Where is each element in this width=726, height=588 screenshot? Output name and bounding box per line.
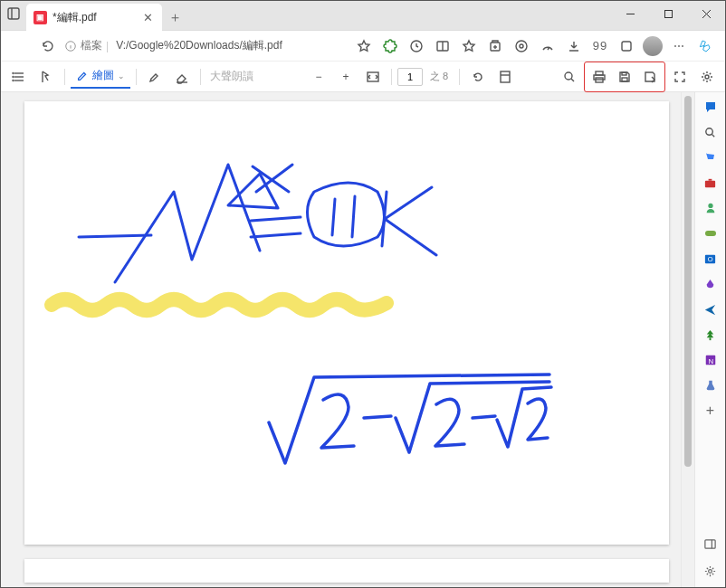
svg-rect-0 [8, 8, 19, 19]
total-pages-label: 之 8 [425, 70, 454, 83]
pdf-page[interactable] [24, 101, 669, 545]
sidebar-collapse-icon[interactable] [702, 535, 720, 553]
tab-title: *編輯.pdf [53, 10, 138, 25]
sidebar-settings-icon[interactable] [702, 562, 720, 580]
svg-point-15 [516, 41, 527, 52]
favorite-star-icon[interactable] [351, 33, 377, 59]
site-info[interactable]: 檔案 | [64, 38, 109, 53]
extension-icon[interactable] [377, 33, 403, 59]
history-icon[interactable] [404, 33, 429, 59]
read-aloud-button[interactable]: 大聲朗讀 [206, 69, 257, 84]
svg-rect-17 [622, 42, 631, 51]
tab-actions-button[interactable] [1, 1, 26, 26]
more-menu-icon[interactable]: ⋯ [666, 33, 692, 59]
pdf-page-next[interactable] [24, 559, 669, 583]
draw-tool-button[interactable]: 繪圖 ⌄ [71, 65, 130, 89]
svg-rect-40 [705, 231, 716, 236]
save-as-icon[interactable] [637, 64, 663, 90]
svg-point-22 [13, 76, 14, 77]
svg-point-36 [706, 128, 713, 135]
sidebar-chat-icon[interactable] [702, 98, 720, 116]
sidebar-search-icon[interactable] [702, 123, 720, 141]
sidebar-person-icon[interactable] [702, 199, 720, 217]
close-window-button[interactable] [687, 1, 725, 26]
print-icon[interactable] [587, 64, 612, 90]
svg-rect-26 [501, 71, 510, 82]
scrollbar-thumb[interactable] [684, 96, 692, 467]
extensions-icon[interactable] [509, 33, 534, 59]
save-icon[interactable] [612, 64, 637, 90]
svg-rect-43 [710, 337, 712, 340]
copilot-icon[interactable] [693, 33, 720, 60]
pdf-favicon: ▣ [33, 11, 47, 24]
maximize-button[interactable] [649, 1, 687, 26]
sidebar-onenote-icon[interactable]: N [702, 351, 720, 369]
highlight-tool-icon[interactable] [142, 64, 167, 90]
svg-text:N: N [708, 357, 713, 365]
draw-label: 繪圖 [92, 68, 114, 83]
contents-icon[interactable] [6, 64, 32, 90]
collections-icon[interactable] [482, 33, 508, 59]
app-icon[interactable] [614, 33, 639, 59]
sidebar-drop-icon[interactable] [702, 275, 720, 293]
sidebar-tree-icon[interactable] [702, 326, 720, 344]
find-icon[interactable] [557, 64, 582, 90]
zoom-out-button[interactable]: − [306, 64, 331, 90]
cursor-tool-icon[interactable] [33, 64, 59, 90]
profile-avatar[interactable] [640, 33, 665, 59]
vertical-scrollbar[interactable] [681, 92, 694, 587]
svg-point-21 [13, 72, 14, 73]
rotate-icon[interactable] [465, 64, 491, 90]
sidebar-outlook-icon[interactable]: O [702, 250, 720, 268]
chevron-down-icon: ⌄ [118, 71, 125, 81]
pdf-viewport: O N + [1, 92, 725, 587]
svg-point-39 [708, 204, 712, 208]
protocol-label: 檔案 [81, 38, 102, 53]
split-screen-icon[interactable] [430, 33, 455, 59]
svg-rect-33 [622, 72, 626, 75]
close-tab-button[interactable]: ✕ [143, 11, 153, 24]
titlebar: ▣ *編輯.pdf ✕ ＋ [1, 1, 725, 31]
erase-tool-icon[interactable] [169, 64, 195, 90]
svg-rect-38 [705, 180, 715, 187]
sidebar-games-icon[interactable] [702, 224, 720, 242]
page-view-icon[interactable] [492, 64, 518, 90]
sidebar-lab-icon[interactable] [702, 376, 720, 394]
ink-annotations [24, 101, 669, 545]
edge-sidebar: O N + [694, 92, 725, 587]
sidebar-add-icon[interactable]: + [702, 402, 720, 420]
svg-point-48 [709, 569, 712, 573]
svg-line-37 [712, 134, 714, 137]
downloads-icon[interactable] [561, 33, 587, 59]
svg-point-35 [705, 75, 709, 79]
sidebar-shopping-icon[interactable] [702, 148, 720, 166]
fullscreen-icon[interactable] [667, 64, 693, 90]
page-number-input[interactable] [397, 68, 423, 86]
svg-text:O: O [708, 255, 713, 263]
svg-point-16 [520, 44, 523, 48]
pdf-toolbar: 繪圖 ⌄ 大聲朗讀 − + 之 8 [1, 62, 725, 92]
svg-line-29 [571, 79, 574, 81]
settings-gear-icon[interactable] [694, 64, 720, 90]
sidebar-tools-icon[interactable] [702, 174, 720, 192]
highlighted-action-group [584, 62, 665, 92]
favorites-icon[interactable] [456, 33, 482, 59]
document-scroll-area[interactable] [1, 92, 681, 587]
url-text[interactable]: V:/Google%20Downloads/編輯.pdf [112, 38, 348, 53]
svg-point-28 [565, 72, 572, 80]
minimize-button[interactable] [611, 1, 649, 26]
fit-page-icon[interactable] [360, 64, 386, 90]
refresh-button[interactable] [35, 33, 61, 59]
svg-rect-34 [622, 78, 627, 81]
citations-icon[interactable]: 99 [587, 33, 613, 59]
zoom-in-button[interactable]: + [333, 64, 358, 90]
browser-tab[interactable]: ▣ *編輯.pdf ✕ [26, 4, 162, 31]
sidebar-send-icon[interactable] [702, 300, 720, 318]
svg-rect-3 [664, 10, 672, 17]
performance-icon[interactable] [535, 33, 560, 59]
address-bar: 檔案 | V:/Google%20Downloads/編輯.pdf 99 ⋯ [1, 31, 725, 62]
svg-rect-46 [705, 539, 715, 547]
new-tab-button[interactable]: ＋ [162, 4, 187, 31]
svg-point-23 [13, 80, 14, 81]
